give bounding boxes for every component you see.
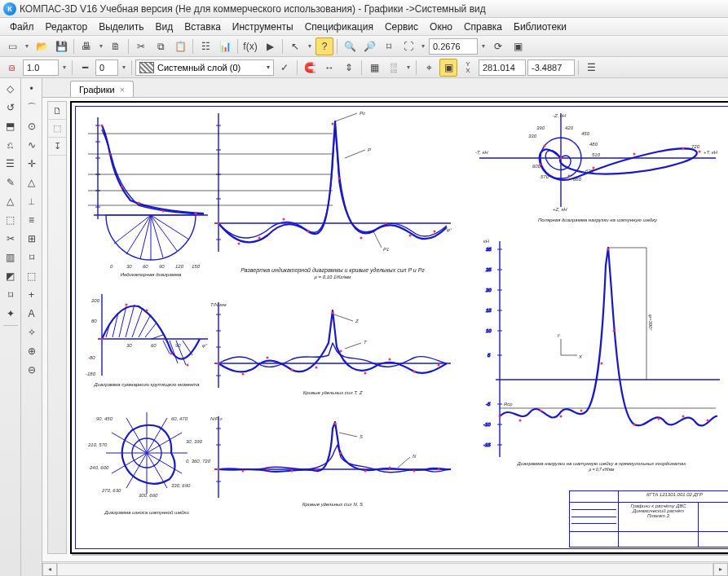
scroll-right-button[interactable]: ▸	[713, 563, 728, 576]
variables-button[interactable]: 📊	[216, 37, 234, 55]
palette1-btn-5[interactable]: ✎	[2, 174, 20, 191]
layer-states-button[interactable]: ✓	[276, 59, 293, 77]
palette1-btn-3[interactable]: ⎌	[2, 136, 20, 154]
palette1-btn-0[interactable]: ◇	[2, 80, 20, 98]
zoom-window-button[interactable]: ⌑	[380, 37, 398, 55]
preview-button[interactable]: 🗎	[107, 37, 125, 55]
menu-tools[interactable]: Инструменты	[227, 20, 298, 34]
palette1-btn-9[interactable]: ▥	[2, 248, 20, 266]
zoom-fit-button[interactable]: ⛶	[399, 37, 417, 55]
palette2-btn-11[interactable]: +	[23, 286, 41, 304]
magnet-button[interactable]: 🧲	[301, 59, 319, 77]
scale-field[interactable]: 1.0	[23, 59, 59, 76]
palette1-btn-12[interactable]: ✦	[2, 305, 20, 323]
palette2-btn-13[interactable]: ✧	[23, 323, 41, 341]
fx-button[interactable]: f(x)	[241, 37, 259, 55]
grid2-button[interactable]: ░	[385, 59, 403, 77]
palette1-btn-1[interactable]: ↺	[2, 99, 20, 117]
ruler-btn-1[interactable]: ⬚	[48, 120, 66, 138]
palette2-btn-6[interactable]: ⟂	[23, 192, 41, 210]
save-button[interactable]: 💾	[52, 37, 70, 55]
menu-help[interactable]: Справка	[459, 20, 507, 34]
menu-editor[interactable]: Редактор	[41, 20, 93, 34]
print-button[interactable]: 🖶	[77, 37, 95, 55]
palette2-btn-2[interactable]: ⊙	[23, 117, 41, 135]
horizontal-scrollbar[interactable]: ◂ ▸	[42, 561, 728, 576]
run-button[interactable]: ▶	[261, 37, 279, 55]
svg-line-124	[147, 418, 167, 453]
refresh-button[interactable]: ⟳	[489, 37, 507, 55]
new-button[interactable]: ▭	[3, 37, 21, 55]
palette2-btn-1[interactable]: ⌒	[23, 99, 41, 117]
palette2-btn-4[interactable]: ✛	[23, 155, 41, 173]
zoom-out-button[interactable]: 🔎	[360, 37, 378, 55]
copy-button[interactable]: ⧉	[152, 37, 170, 55]
palette1-btn-7[interactable]: ⬚	[2, 211, 20, 229]
properties-button[interactable]: ☷	[196, 37, 214, 55]
menu-insert[interactable]: Вставка	[179, 20, 226, 34]
last-button[interactable]: ☰	[582, 59, 600, 77]
menu-service[interactable]: Сервис	[380, 20, 423, 34]
palette1-btn-2[interactable]: ⬒	[2, 117, 20, 135]
help-button[interactable]: ?	[315, 37, 333, 55]
paste-button[interactable]: 📋	[171, 37, 189, 55]
coord-y-field[interactable]: -3.4887	[527, 59, 575, 76]
ruler-btn-0[interactable]: 🗋	[48, 102, 66, 120]
zoom-value-field[interactable]: 0.2676	[429, 38, 478, 55]
stop-button[interactable]: ⦻	[3, 59, 21, 77]
palette2-btn-14[interactable]: ⊕	[23, 342, 41, 360]
layer-combo[interactable]: Системный слой (0) ▾	[135, 59, 274, 76]
palette2-btn-3[interactable]: ∿	[23, 136, 41, 154]
coord-toggle-button[interactable]: ▣	[439, 59, 457, 77]
palette1-btn-10[interactable]: ◩	[2, 267, 20, 285]
canvas-viewport[interactable]: 🗋⬚↧	[42, 98, 728, 561]
close-icon[interactable]: ×	[120, 85, 125, 95]
palette1-btn-8[interactable]: ✂	[2, 230, 20, 248]
xy-label-button[interactable]: YX	[459, 59, 477, 77]
snap-button[interactable]: ⌖	[420, 59, 438, 77]
dim-h-button[interactable]: ↔	[320, 59, 338, 77]
palette1-btn-6[interactable]: △	[2, 192, 20, 210]
svg-point-43	[238, 243, 240, 245]
step-field[interactable]: 0	[95, 59, 118, 76]
grid-button[interactable]: ▦	[365, 59, 383, 77]
palette2-btn-8[interactable]: ⊞	[23, 230, 41, 248]
zoom-fit-dropdown[interactable]: ▾	[419, 42, 427, 50]
palette2-btn-15[interactable]: ⊖	[23, 361, 41, 379]
cursor-dropdown[interactable]: ▾	[306, 42, 314, 50]
frame-button[interactable]: ▣	[509, 37, 527, 55]
svg-point-152	[340, 452, 342, 455]
coord-x-field[interactable]: 281.014	[479, 59, 526, 76]
zoom-in-button[interactable]: 🔍	[341, 37, 359, 55]
palette1-btn-11[interactable]: ⌑	[2, 286, 20, 304]
tab-grafiki[interactable]: Графики ×	[70, 81, 134, 97]
menu-spec[interactable]: Спецификация	[300, 20, 378, 34]
palette2-btn-9[interactable]: ⌑	[23, 248, 41, 266]
print-dropdown[interactable]: ▾	[97, 42, 105, 50]
palette2-btn-10[interactable]: ⬚	[23, 267, 41, 285]
palette2-btn-0[interactable]: •	[23, 80, 41, 98]
open-button[interactable]: 📂	[33, 37, 51, 55]
step-dropdown[interactable]: ▾	[120, 64, 128, 71]
cut-button[interactable]: ✂	[132, 37, 150, 55]
palette1-btn-4[interactable]: ☰	[2, 155, 20, 173]
svg-point-213	[519, 420, 522, 422]
zoom-value-dropdown[interactable]: ▾	[479, 42, 488, 50]
grid-dropdown[interactable]: ▾	[404, 64, 413, 71]
palette2-btn-12[interactable]: A	[23, 305, 41, 323]
palette2-btn-7[interactable]: ≡	[23, 211, 41, 229]
scroll-left-button[interactable]: ◂	[42, 563, 57, 576]
scroll-track[interactable]	[57, 563, 713, 576]
dim-v-button[interactable]: ⇕	[340, 59, 358, 77]
ruler-btn-2[interactable]: ↧	[48, 138, 66, 156]
menu-file[interactable]: Файл	[5, 20, 39, 34]
menu-select[interactable]: Выделить	[94, 20, 148, 34]
menu-window[interactable]: Окно	[425, 20, 457, 34]
cursor-button[interactable]: ↖	[286, 37, 304, 55]
palette2-btn-5[interactable]: △	[23, 174, 41, 191]
menu-libs[interactable]: Библиотеки	[509, 20, 571, 34]
scale-dropdown[interactable]: ▾	[60, 64, 68, 71]
menu-view[interactable]: Вид	[151, 20, 179, 34]
style-button[interactable]: ━	[76, 59, 94, 77]
new-dropdown[interactable]: ▾	[23, 42, 31, 50]
